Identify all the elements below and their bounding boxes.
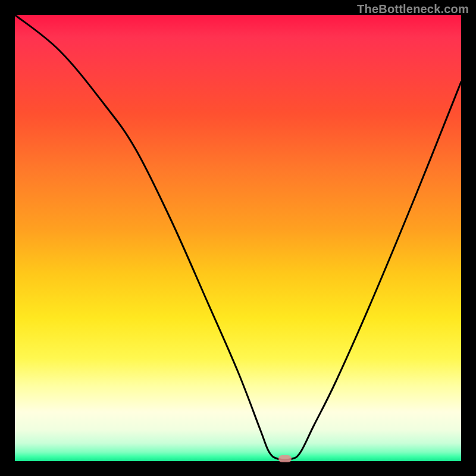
curve-svg [15, 15, 461, 461]
bottleneck-chart: TheBottleneck.com [0, 0, 476, 476]
watermark-text: TheBottleneck.com [357, 2, 469, 16]
plot-area [15, 15, 461, 461]
minimum-marker-icon [278, 455, 292, 462]
bottleneck-curve [15, 15, 461, 460]
